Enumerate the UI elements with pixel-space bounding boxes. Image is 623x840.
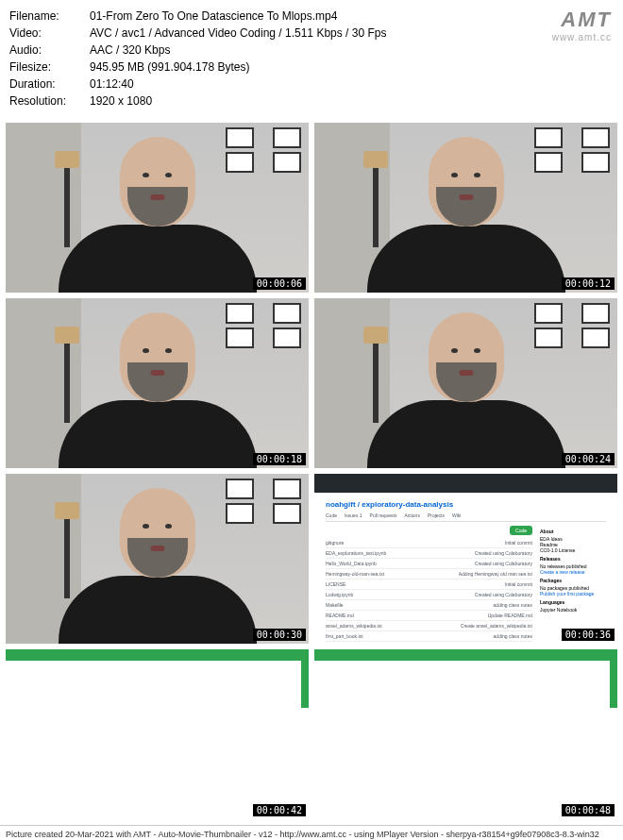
thumbnail-7-notebook: 00:00:42 [6, 649, 309, 819]
filesize-value: 945.95 MB (991.904.178 Bytes) [90, 59, 249, 76]
audio-value: AAC / 320 Kbps [90, 42, 170, 59]
timestamp: 00:00:48 [562, 804, 615, 816]
resolution-label: Resolution: [9, 92, 90, 109]
footer-credit: Picture created 20-Mar-2021 with AMT - A… [0, 825, 623, 840]
timestamp: 00:00:06 [253, 277, 306, 290]
timestamp: 00:00:30 [253, 629, 306, 641]
thumbnail-6-github: noahgift / exploratory-data-analysis Cod… [314, 474, 617, 644]
timestamp: 00:00:18 [253, 453, 306, 465]
amt-logo: AMT www.amt.cc [552, 8, 612, 42]
video-value: AVC / avc1 / Advanced Video Coding / 1.5… [90, 25, 386, 42]
timestamp: 00:00:42 [253, 804, 306, 816]
resolution-value: 1920 x 1080 [90, 92, 152, 109]
filename-label: Filename: [9, 8, 90, 25]
thumbnail-4: 00:00:24 [314, 298, 617, 468]
timestamp: 00:00:12 [562, 277, 615, 290]
filename-value: 01-From Zero To One Datascience To Mlops… [90, 8, 337, 25]
thumbnail-3: 00:00:18 [6, 298, 309, 468]
logo-url: www.amt.cc [552, 32, 612, 42]
repo-sidebar: About EDA Ideas Readme CC0-1.0 License R… [540, 526, 606, 644]
code-button: Code [510, 526, 532, 535]
duration-label: Duration: [9, 76, 90, 92]
repo-tabs: CodeIssues 1Pull requestsActionsProjects… [326, 512, 606, 522]
audio-label: Audio: [9, 42, 90, 59]
filesize-label: Filesize: [9, 59, 90, 76]
timestamp: 00:00:36 [562, 629, 615, 641]
file-list: Code gitignoreInitial commit EDA_explora… [326, 526, 532, 644]
thumbnail-8-notebook: 00:00:48 [314, 649, 617, 819]
repo-title: noahgift / exploratory-data-analysis [326, 500, 606, 509]
timestamp: 00:00:24 [562, 453, 615, 465]
thumbnail-2: 00:00:12 [314, 123, 617, 293]
logo-title: AMT [552, 8, 612, 32]
metadata-header: Filename:01-From Zero To One Datascience… [0, 0, 623, 117]
duration-value: 01:12:40 [90, 76, 134, 92]
thumbnail-grid: 00:00:06 00:00:12 00:00:18 00:00:24 00:0… [0, 117, 623, 825]
thumbnail-5: 00:00:30 [6, 474, 309, 644]
video-label: Video: [9, 25, 90, 42]
thumbnail-1: 00:00:06 [6, 123, 309, 293]
